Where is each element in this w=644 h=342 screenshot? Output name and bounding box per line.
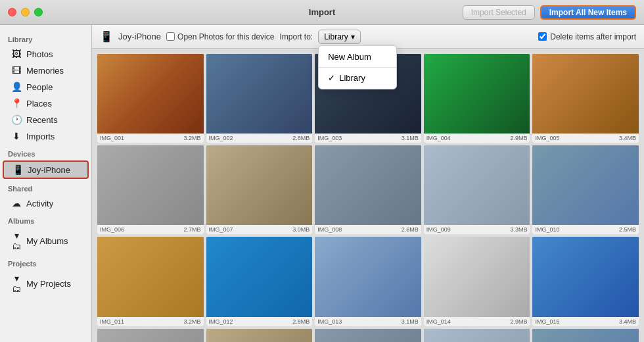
iphone-icon: 📱 [12,164,24,175]
places-icon: 📍 [11,98,22,109]
sidebar-item-memories[interactable]: 🎞 Memories [3,62,89,78]
toolbar-right: Delete items after import [538,32,636,41]
photos-icon: 🖼 [11,49,22,59]
sidebar-item-label: My Albums [26,236,68,246]
table-row[interactable]: IMG_0122.8MB [206,237,313,326]
sidebar-projects-section: Projects [0,255,91,270]
open-photos-label[interactable]: Open Photos for this device [166,32,274,41]
dropdown-divider [319,67,396,68]
dropdown-new-album[interactable]: New Album [319,49,396,65]
delete-after-checkbox[interactable] [538,32,547,41]
sidebar: Library 🖼 Photos 🎞 Memories 👤 People 📍 P… [0,25,92,342]
people-icon: 👤 [11,82,22,92]
imports-icon: ⬇ [11,131,22,141]
import-dropdown-menu: New Album ✓ Library [318,45,397,89]
sidebar-item-label: People [26,82,53,92]
table-row[interactable]: IMG_0142.9MB [424,237,530,326]
import-to-dropdown[interactable]: Library ▾ New Album ✓ Library [318,30,361,44]
table-row[interactable]: IMG_0193.3MB [424,329,530,342]
checkmark-icon: ✓ [328,73,335,83]
table-row[interactable]: IMG_0042.9MB [424,54,530,143]
dropdown-library-label: Library [339,73,365,83]
sidebar-item-activity[interactable]: ☁ Activity [3,195,89,211]
sidebar-item-label: My Projects [26,279,71,289]
table-row[interactable]: IMG_0173.0MB [206,329,313,342]
window-controls[interactable] [8,8,43,16]
import-all-button[interactable]: Import All New Items [540,5,636,20]
sidebar-item-label: Memories [26,66,64,76]
import-dropdown-button[interactable]: Library ▾ [318,30,361,44]
titlebar: Import Import Selected Import All New It… [0,0,644,25]
table-row[interactable]: IMG_0153.4MB [532,237,639,326]
sidebar-item-label: Activity [26,199,53,208]
window-title: Import [309,7,335,17]
table-row[interactable]: IMG_0162.7MB [97,329,204,342]
photo-grid: IMG_0013.2MB IMG_0022.8MB IMG_0033.1MB I… [97,54,639,342]
import-toolbar: 📱 Joy-iPhone Open Photos for this device… [92,25,644,49]
toolbar-left: 📱 Joy-iPhone Open Photos for this device… [100,30,361,44]
sidebar-item-joy-iphone[interactable]: 📱 Joy-iPhone [3,160,89,179]
sidebar-devices-section: Devices [0,145,91,160]
activity-icon: ☁ [11,198,22,208]
sidebar-item-label: Places [26,99,52,109]
table-row[interactable]: IMG_0113.2MB [97,237,204,326]
table-row[interactable]: IMG_0093.3MB [424,145,530,234]
main-layout: Library 🖼 Photos 🎞 Memories 👤 People 📍 P… [0,25,644,342]
projects-icon: ▾🗂 [11,273,22,294]
titlebar-buttons: Import Selected Import All New Items [463,5,636,20]
dropdown-chevron-icon: ▾ [351,32,355,41]
photo-grid-container[interactable]: IMG_0013.2MB IMG_0022.8MB IMG_0033.1MB I… [92,49,644,342]
dropdown-library[interactable]: ✓ Library [319,70,396,86]
table-row[interactable]: IMG_0053.4MB [532,54,639,143]
table-row[interactable]: IMG_0133.1MB [315,237,421,326]
table-row[interactable]: IMG_0082.6MB [315,145,421,234]
open-photos-checkbox[interactable] [166,32,175,41]
sidebar-item-label: Joy-iPhone [28,165,70,175]
sidebar-shared-section: Shared [0,180,91,195]
table-row[interactable]: IMG_0202.5MB [532,329,639,342]
open-photos-text: Open Photos for this device [177,32,274,41]
delete-after-label[interactable]: Delete items after import [538,32,636,41]
sidebar-item-imports[interactable]: ⬇ Imports [3,128,89,144]
sidebar-item-label: Recents [26,115,58,125]
sidebar-item-my-projects[interactable]: ▾🗂 My Projects [3,270,89,297]
import-to-label: Import to: [279,32,313,41]
minimize-button[interactable] [21,8,30,16]
import-selected-button[interactable]: Import Selected [463,5,535,20]
table-row[interactable]: IMG_0073.0MB [206,145,313,234]
sidebar-item-label: Photos [26,49,53,59]
table-row[interactable]: IMG_0182.6MB [315,329,421,342]
close-button[interactable] [8,8,16,16]
sidebar-albums-section: Albums [0,212,91,227]
recents-icon: 🕐 [11,114,22,125]
table-row[interactable]: IMG_0102.5MB [532,145,639,234]
table-row[interactable]: IMG_0022.8MB [206,54,313,143]
delete-after-text: Delete items after import [550,32,636,41]
albums-icon: ▾🗂 [11,230,22,251]
dropdown-selected: Library [324,32,348,41]
sidebar-item-people[interactable]: 👤 People [3,79,89,95]
table-row[interactable]: IMG_0013.2MB [97,54,204,143]
memories-icon: 🎞 [11,65,22,76]
sidebar-library-section: Library [0,30,91,45]
device-name-label: Joy-iPhone [118,32,161,41]
sidebar-item-places[interactable]: 📍 Places [3,95,89,111]
sidebar-item-recents[interactable]: 🕐 Recents [3,112,89,128]
sidebar-item-label: Imports [26,132,55,141]
sidebar-item-my-albums[interactable]: ▾🗂 My Albums [3,228,89,254]
sidebar-item-photos[interactable]: 🖼 Photos [3,46,89,62]
maximize-button[interactable] [34,8,43,16]
device-icon: 📱 [100,30,113,43]
table-row[interactable]: IMG_0062.7MB [97,145,204,234]
